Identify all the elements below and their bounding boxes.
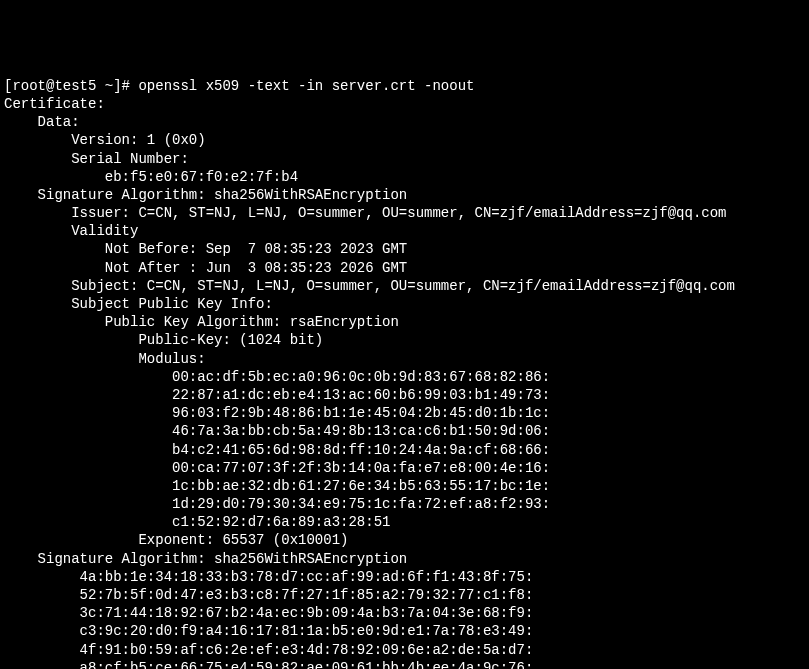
output-line: c1:52:92:d7:6a:89:a3:28:51	[4, 513, 805, 531]
output-line: Validity	[4, 222, 805, 240]
output-line: b4:c2:41:65:6d:98:8d:ff:10:24:4a:9a:cf:6…	[4, 441, 805, 459]
output-line: Issuer: C=CN, ST=NJ, L=NJ, O=summer, OU=…	[4, 204, 805, 222]
output-line: 46:7a:3a:bb:cb:5a:49:8b:13:ca:c6:b1:50:9…	[4, 422, 805, 440]
output-line: 1d:29:d0:79:30:34:e9:75:1c:fa:72:ef:a8:f…	[4, 495, 805, 513]
output-line: 00:ac:df:5b:ec:a0:96:0c:0b:9d:83:67:68:8…	[4, 368, 805, 386]
output-line: Certificate:	[4, 95, 805, 113]
output-line: Modulus:	[4, 350, 805, 368]
output-line: 00:ca:77:07:3f:2f:3b:14:0a:fa:e7:e8:00:4…	[4, 459, 805, 477]
output-line: Exponent: 65537 (0x10001)	[4, 531, 805, 549]
output-line: 22:87:a1:dc:eb:e4:13:ac:60:b6:99:03:b1:4…	[4, 386, 805, 404]
output-line: a8:cf:b5:ce:66:75:e4:59:82:ae:09:61:bb:4…	[4, 659, 805, 669]
output-line: Signature Algorithm: sha256WithRSAEncryp…	[4, 186, 805, 204]
output-line: 1c:bb:ae:32:db:61:27:6e:34:b5:63:55:17:b…	[4, 477, 805, 495]
shell-prompt: [root@test5 ~]#	[4, 78, 138, 94]
output-line: 3c:71:44:18:92:67:b2:4a:ec:9b:09:4a:b3:7…	[4, 604, 805, 622]
output-line: Public-Key: (1024 bit)	[4, 331, 805, 349]
output-line: Version: 1 (0x0)	[4, 131, 805, 149]
output-line: 96:03:f2:9b:48:86:b1:1e:45:04:2b:45:d0:1…	[4, 404, 805, 422]
output-line: Signature Algorithm: sha256WithRSAEncryp…	[4, 550, 805, 568]
output-line: 4a:bb:1e:34:18:33:b3:78:d7:cc:af:99:ad:6…	[4, 568, 805, 586]
output-line: Not Before: Sep 7 08:35:23 2023 GMT	[4, 240, 805, 258]
output-line: Subject Public Key Info:	[4, 295, 805, 313]
command-line: [root@test5 ~]# openssl x509 -text -in s…	[4, 77, 805, 95]
output-line: 52:7b:5f:0d:47:e3:b3:c8:7f:27:1f:85:a2:7…	[4, 586, 805, 604]
output-line: c3:9c:20:d0:f9:a4:16:17:81:1a:b5:e0:9d:e…	[4, 622, 805, 640]
output-line: Subject: C=CN, ST=NJ, L=NJ, O=summer, OU…	[4, 277, 805, 295]
output-line: Not After : Jun 3 08:35:23 2026 GMT	[4, 259, 805, 277]
output-line: Serial Number:	[4, 150, 805, 168]
terminal-output[interactable]: [root@test5 ~]# openssl x509 -text -in s…	[4, 77, 805, 669]
output-line: Data:	[4, 113, 805, 131]
output-line: 4f:91:b0:59:af:c6:2e:ef:e3:4d:78:92:09:6…	[4, 641, 805, 659]
output-line: Public Key Algorithm: rsaEncryption	[4, 313, 805, 331]
output-line: eb:f5:e0:67:f0:e2:7f:b4	[4, 168, 805, 186]
command-text: openssl x509 -text -in server.crt -noout	[138, 78, 474, 94]
